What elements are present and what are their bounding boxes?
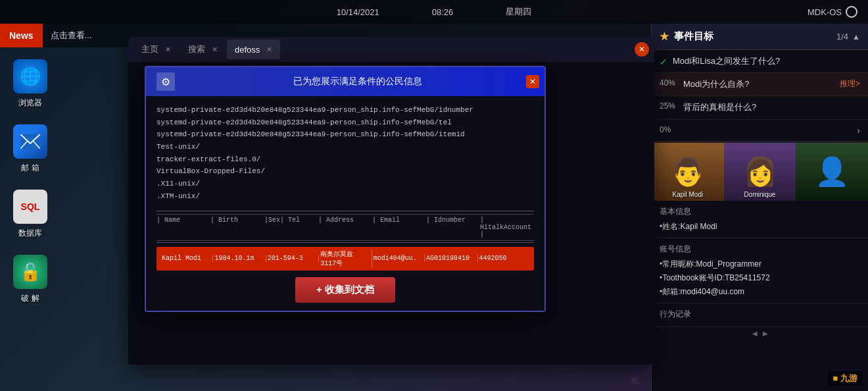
basic-info-section: 基本信息 •姓名:Kapil Modi [652,201,868,238]
hack-label: 破 解 [21,293,39,304]
file-item-8: .XTM-unix/ [157,190,534,203]
basic-info-name: •姓名:Kapil Modi [660,221,860,232]
cell-address: 南奥尔莫兹3117号 [319,249,372,268]
cell-account: 4492050 [478,255,530,262]
browser-icon: 🌐 [13,59,47,93]
account-nickname: •常用昵称:Modi_Programmer [660,259,860,270]
db-icon: SQL [13,190,47,224]
objective-action-2[interactable]: 推理> [840,78,860,90]
tab-home-label: 主页 [141,43,158,55]
objective-4: 0% › [652,120,868,142]
panel-scroll[interactable]: ✓ Modi和Lisa之间发生了什么? 40% Modi为什么自杀? 推理> 2… [652,50,868,391]
behavior-title: 行为记录 [660,309,860,320]
icon-mail[interactable]: 邮 箱 [13,124,47,174]
table-data-row: Kapil Modi 1984.10.1m 201-594-3 南奥尔莫兹311… [157,247,534,271]
char-label-1: Kapil Modi [672,191,703,198]
objective-2: 40% Modi为什么自杀? 推理> [652,73,868,96]
objective-text-3: 背后的真相是什么? [683,101,756,113]
tab-defoss-close[interactable]: ✕ [266,45,272,54]
tab-home-close[interactable]: ✕ [165,45,171,54]
table-header: | Name | Birth |Sex| Tel | Address | Ema… [157,214,534,241]
chevron-up-icon[interactable]: ▲ [852,32,860,41]
pct-2: 40% [660,78,675,88]
db-label: 数据库 [18,228,42,239]
file-item-3: systemd-private-e2d3d4b20e848g523344ea9-… [157,128,534,141]
pct-3: 25% [660,101,675,111]
char-avatar-3: 👤 [796,143,868,201]
col-address: | Address [318,217,372,238]
tab-search-close[interactable]: ✕ [212,45,218,54]
col-idnumber: | Idnumber [426,217,480,238]
account-email: •邮箱:modi404@uu.com [660,286,860,298]
topbar-os-label: MDK-OS [808,7,842,17]
info-modal: ⚙ 已为您展示满足条件的公民信息 ✕ systemd-private-e2d3d… [145,66,546,312]
scroll-right-icon[interactable]: ▶ [763,330,768,337]
topbar-os: MDK-OS [808,6,857,18]
news-label[interactable]: News [0,24,43,47]
cell-idnumber: AG010198410 [425,255,477,262]
collect-button[interactable]: + 收集到文档 [295,277,395,303]
collect-btn-container: + 收集到文档 [157,277,534,303]
scroll-left-icon[interactable]: ◀ [752,330,758,337]
tab-search-label: 搜索 [188,43,205,55]
desktop-icons: 🌐 浏览器 邮 箱 SQL 数据库 🔓 破 解 [13,59,47,304]
panel-title: 事件目标 [674,30,713,43]
icon-db[interactable]: SQL 数据库 [13,190,47,239]
right-panel: ★ 事件目标 1/4 ▲ ✓ Modi和Lisa之间发生了什么? 40% Mod… [651,24,868,391]
char-card-3: 👤 [796,143,868,201]
char-label-2: Dominique [744,191,776,198]
cell-birth: 1984.10.1m [213,255,266,262]
objectives-list: ✓ Modi和Lisa之间发生了什么? 40% Modi为什么自杀? 推理> 2… [652,50,868,142]
col-name: | Name [157,217,210,238]
jiuyou-logo: ■ 九游 [828,371,863,386]
basic-info-title: 基本信息 [660,206,860,217]
col-account: | HitalkAccount | [480,217,534,238]
file-item-2: systemd-private-e2d3d4b20e848g523344ea9-… [157,117,534,129]
browser-close-button[interactable]: ✕ [635,42,649,57]
modal-header: ⚙ 已为您展示满足条件的公民信息 ✕ [146,67,544,96]
objective-text-2: Modi为什么自杀? [683,78,749,90]
news-text: 点击查看... [43,30,92,41]
counter-value: 1/4 [836,32,848,41]
browser-tabs: 主页 ✕ 搜索 ✕ defoss ✕ ✕ [128,37,654,62]
cell-email: modi404@uu. [372,255,425,262]
expand-icon[interactable]: › [857,125,860,136]
topbar: 10/14/2021 08:26 星期四 MDK-OS [0,0,868,24]
right-panel-header: ★ 事件目标 1/4 ▲ [652,24,868,50]
os-icon [846,6,857,18]
desktop: PRIORD 10/14/2021 08:26 星期四 MDK-OS News … [0,0,868,391]
icon-browser[interactable]: 🌐 浏览器 [13,59,47,109]
tab-defoss[interactable]: defoss ✕ [227,39,280,59]
panel-title-container: ★ 事件目标 [660,30,713,43]
account-info-title: 账号信息 [660,244,860,255]
col-sextel: |Sex| Tel [264,217,318,238]
objective-1: ✓ Modi和Lisa之间发生了什么? [652,50,868,73]
col-birth: | Birth [210,217,264,238]
account-toothbook: •Toothbook账号ID:TB25411572 [660,273,860,284]
tab-search[interactable]: 搜索 ✕ [180,39,226,59]
modal-close-button[interactable]: ✕ [526,75,539,88]
char-card-1: 👨 Kapil Modi [652,143,724,201]
file-list: systemd-private-e2d3d4b20e848g523344ea9-… [157,104,534,203]
tab-defoss-label: defoss [235,45,260,55]
modal-title: 已为您展示满足条件的公民信息 [181,76,534,88]
char-card-2: 👩 Dominique [724,143,796,201]
check-icon-1: ✓ [660,57,667,67]
topbar-time: 08:26 [432,7,454,17]
tab-home[interactable]: 主页 ✕ [133,39,179,59]
file-item-6: VirtualBox-Dropped-Files/ [157,165,534,178]
mail-label: 邮 箱 [21,163,39,174]
file-item-1: systemd-private-e2d3d4b20e848g523344ea9-… [157,104,534,117]
topbar-date: 10/14/2021 [337,7,379,17]
objective-text-1: Modi和Lisa之间发生了什么? [673,55,780,67]
file-item-4: Test-unix/ [157,141,534,153]
topbar-weekday: 星期四 [506,6,531,18]
icon-hack[interactable]: 🔓 破 解 [13,255,47,304]
objective-3: 25% 背后的真相是什么? [652,96,868,119]
watermark: 图... [631,376,644,386]
account-info-section: 账号信息 •常用昵称:Modi_Programmer •Toothbook账号I… [652,238,868,303]
modal-icon: ⚙ [157,72,175,91]
file-item-5: tracker-extract-files.0/ [157,153,534,166]
panel-counter: 1/4 ▲ [836,32,860,41]
pct-4: 0% [660,125,671,134]
